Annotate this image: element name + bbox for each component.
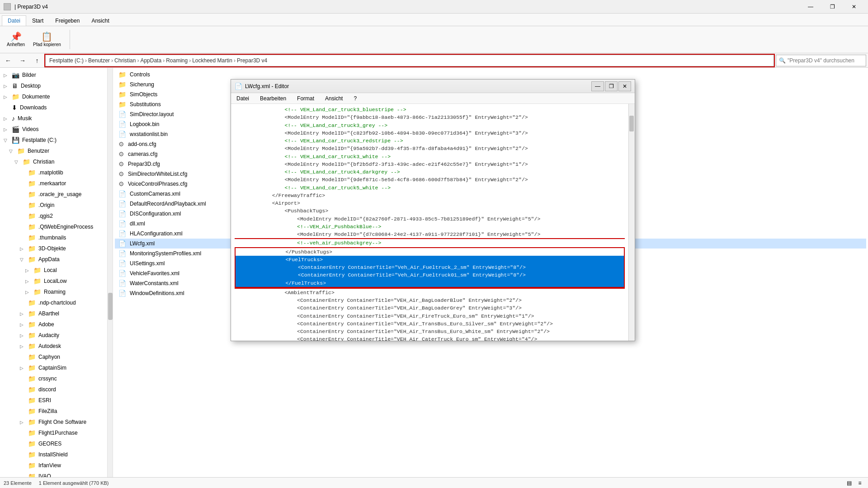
expand-icon: ▽ — [4, 138, 9, 143]
xml-icon: 📄 — [118, 290, 126, 297]
sidebar-item-qtwebengine[interactable]: 📁 .QtWebEngineProcess — [0, 221, 113, 232]
file-name: MonitoringSystemProfiles.xml — [130, 250, 201, 257]
sidebar-item-bilder[interactable]: ▷ 📷 Bilder — [0, 70, 113, 80]
sidebar-label: GEORES — [38, 441, 61, 447]
tab-datei[interactable]: Datei — [2, 15, 26, 26]
sidebar-item-roaming[interactable]: ▷ 📁 Roaming — [0, 286, 113, 297]
sidebar-item-esri[interactable]: 📁 ESRI — [0, 395, 113, 406]
sidebar-scrollbar[interactable] — [107, 68, 113, 477]
sidebar-label: .ndp-chartcloud — [38, 300, 76, 306]
sidebar-item-christian[interactable]: ▽ 📁 Christian — [0, 156, 113, 167]
sidebar-item-captainsim[interactable]: ▷ 📁 CaptainSim — [0, 362, 113, 373]
folder-icon: 📁 — [28, 408, 36, 415]
folder-icon: 📁 — [28, 321, 36, 328]
editor-icon: 📄 — [235, 83, 242, 90]
path-roaming: Roaming — [166, 57, 188, 64]
file-name: Logbook.bin — [130, 121, 159, 127]
editor-close-button[interactable]: ✕ — [618, 81, 631, 91]
editor-scrollbar[interactable] — [628, 104, 635, 341]
sidebar-label: Autodesk — [38, 343, 61, 349]
sidebar-item-qgis2[interactable]: 📁 .qgis2 — [0, 211, 113, 221]
sidebar-label: discord — [38, 386, 56, 393]
scrollbar-thumb[interactable] — [108, 293, 113, 320]
sidebar-item-festplatte[interactable]: ▽ 💾 Festplatte (C:) — [0, 135, 113, 145]
sidebar-item-filezilla[interactable]: 📁 FileZilla — [0, 406, 113, 417]
folder-icon: 📁 — [28, 418, 36, 426]
tab-ansicht[interactable]: Ansicht — [85, 15, 115, 26]
minimize-button[interactable]: — — [800, 0, 821, 14]
maximize-button[interactable]: ❐ — [822, 0, 843, 14]
sidebar-item-audacity[interactable]: ▷ 📁 Audacity — [0, 330, 113, 341]
sidebar-label: InstallShield — [38, 451, 68, 458]
ribbon-copy-path-button[interactable]: 📋 Pfad kopieren — [30, 30, 64, 49]
editor-minimize-button[interactable]: — — [591, 81, 604, 91]
sidebar-item-ndp[interactable]: 📁 .ndp-chartcloud — [0, 297, 113, 308]
sidebar-item-origin[interactable]: 📁 .Origin — [0, 200, 113, 211]
search-input[interactable] — [788, 57, 863, 64]
folder-icon: 📁 — [33, 277, 41, 285]
editor-text[interactable]: <!-- VEH_Land_car_truck3_bluestripe --> … — [231, 104, 628, 341]
editor-menu-help[interactable]: ? — [350, 94, 360, 103]
view-list-button[interactable]: ▤ — [844, 479, 854, 488]
expand-icon: ▷ — [4, 84, 9, 89]
sidebar-item-videos[interactable]: ▷ 🎬 Videos — [0, 124, 113, 135]
sidebar-item-matplotlib[interactable]: 📁 .matplotlib — [0, 167, 113, 178]
address-path[interactable]: Festplatte (C:) › Benutzer › Christian ›… — [45, 55, 774, 66]
sidebar-item-abarthel[interactable]: ▷ 📁 ABarthel — [0, 308, 113, 319]
view-details-button[interactable]: ≡ — [855, 479, 864, 488]
file-name: CustomCameras.xml — [130, 191, 180, 197]
title-bar-icons — [4, 3, 11, 10]
editor-window: 📄 LWcfg.xml - Editor — ❐ ✕ Datei Bearbei… — [231, 79, 635, 341]
sidebar-item-oracle[interactable]: 📁 .oracle_jre_usage — [0, 189, 113, 200]
editor-menu-format[interactable]: Format — [293, 94, 318, 103]
sidebar-item-crssync[interactable]: 📁 crssync — [0, 373, 113, 384]
editor-menu-ansicht[interactable]: Ansicht — [321, 94, 346, 103]
sidebar-item-flightone[interactable]: ▷ 📁 Flight One Software — [0, 417, 113, 427]
folder-icon: 📁 — [28, 440, 36, 447]
drive-icon: 💾 — [12, 136, 19, 144]
sidebar-item-appdata[interactable]: ▽ 📁 AppData — [0, 254, 113, 265]
sidebar-item-adobe[interactable]: ▷ 📁 Adobe — [0, 319, 113, 330]
sidebar-item-caphyon[interactable]: 📁 Caphyon — [0, 352, 113, 362]
sidebar-item-ivao[interactable]: 📁 IVAO — [0, 471, 113, 477]
sidebar-item-irfanview[interactable]: 📁 IrfanView — [0, 460, 113, 471]
sidebar-item-benutzer[interactable]: ▽ 📁 Benutzer — [0, 145, 113, 156]
editor-scroll-thumb[interactable] — [629, 116, 634, 131]
sidebar-item-3dobjekte[interactable]: ▷ 📁 3D-Objekte — [0, 243, 113, 254]
close-button[interactable]: ✕ — [844, 0, 864, 14]
up-button[interactable]: ↑ — [31, 55, 43, 66]
ribbon-pin-button[interactable]: 📌 Anheften — [4, 30, 28, 49]
sidebar-item-thumbnails[interactable]: 📁 .thumbnails — [0, 232, 113, 243]
editor-maximize-button[interactable]: ❐ — [605, 81, 618, 91]
sidebar-item-local[interactable]: ▷ 📁 Local — [0, 265, 113, 276]
file-item-controls[interactable]: 📁 Controls — [115, 70, 866, 80]
sidebar-label-musik: Musik — [18, 115, 32, 122]
back-button[interactable]: ← — [2, 55, 14, 66]
editor-menu-datei[interactable]: Datei — [233, 94, 253, 103]
view-controls: ▤ ≡ — [844, 479, 864, 488]
sidebar-item-merkaartor[interactable]: 📁 .merkaartor — [0, 178, 113, 189]
folder-icon: 📁 — [28, 256, 36, 263]
sidebar-item-geores[interactable]: 📁 GEORES — [0, 438, 113, 449]
sidebar-item-autodesk[interactable]: ▷ 📁 Autodesk — [0, 341, 113, 352]
sidebar-item-downloads[interactable]: ⬇ Downloads — [0, 102, 113, 113]
sidebar-item-discord[interactable]: 📁 discord — [0, 384, 113, 395]
editor-title-text: LWcfg.xml - Editor — [245, 83, 591, 89]
expand-icon: ▷ — [4, 127, 9, 132]
folder-icon: 📁 — [28, 299, 36, 306]
title-bar-controls: — ❐ ✕ — [800, 0, 864, 14]
sidebar-item-installshield[interactable]: 📁 InstallShield — [0, 449, 113, 460]
folder-icon: 📁 — [118, 91, 126, 98]
sidebar-item-desktop[interactable]: ▷ 🖥 Desktop — [0, 80, 113, 91]
sidebar-item-musik[interactable]: ▷ ♪ Musik — [0, 113, 113, 124]
editor-menu-bearbeiten[interactable]: Bearbeiten — [256, 94, 290, 103]
sidebar-item-dokumente[interactable]: ▷ 📁 Dokumente — [0, 91, 113, 102]
sidebar-item-flight1purchase[interactable]: 📁 Flight1Purchase — [0, 427, 113, 438]
sidebar-item-localLow[interactable]: ▷ 📁 LocalLow — [0, 276, 113, 286]
sidebar-label: IrfanView — [38, 462, 61, 469]
search-box[interactable]: 🔍 — [776, 55, 866, 66]
path-appdata: AppData — [140, 57, 161, 64]
tab-start[interactable]: Start — [26, 15, 49, 26]
forward-button[interactable]: → — [16, 55, 29, 66]
tab-freigeben[interactable]: Freigeben — [49, 15, 85, 26]
